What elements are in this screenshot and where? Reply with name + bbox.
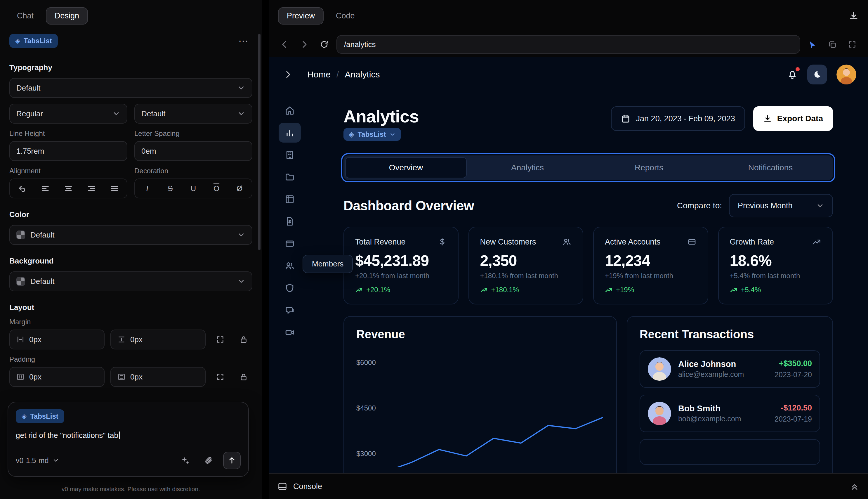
composer-text: get rid of the "notifications" tab [16,431,118,440]
enhance-prompt-button[interactable] [176,452,194,469]
font-family-select[interactable]: Default [9,78,252,98]
margin-y-input[interactable]: 0px [110,330,206,350]
compare-select[interactable]: Previous Month [729,194,833,217]
undo-icon [18,184,27,193]
rail-item-ledger[interactable] [278,189,301,209]
rail-item-organization[interactable] [278,145,301,165]
padding-y-value: 0px [130,373,142,381]
sidebar-toggle-button[interactable] [281,67,296,82]
prompt-composer[interactable]: ◈ TabsList get rid of the "notifications… [8,402,249,477]
breadcrumb-home[interactable]: Home [307,70,331,80]
download-button[interactable] [849,11,859,21]
reset-alignment-button[interactable] [15,181,30,196]
tab-design[interactable]: Design [46,7,88,25]
trend-up-icon [730,286,737,294]
background-select[interactable]: Default [9,271,252,291]
back-button[interactable] [277,37,292,52]
stat-change: +19% from last month [605,272,697,280]
lock-icon [239,335,248,344]
rail-item-invoices[interactable] [278,211,301,231]
composer-chip-label: TabsList [30,412,59,421]
model-select[interactable]: v0-1.5-md [16,457,59,465]
dashboard-header: Home / Analytics [269,57,868,92]
composer-element-chip[interactable]: ◈ TabsList [16,409,64,423]
breadcrumb-separator: / [336,70,339,80]
rail-item-security[interactable] [278,278,301,298]
date-range-picker[interactable]: Jan 20, 2023 - Feb 09, 2023 [611,106,745,131]
padding-y-input[interactable]: 0px [110,367,206,387]
tab-overview[interactable]: Overview [345,157,467,178]
user-avatar[interactable] [836,64,856,84]
expand-padding-button[interactable] [211,368,229,386]
y-axis-tick: $3000 [356,450,381,458]
composer-input[interactable]: get rid of the "notifications" tab [16,431,241,440]
expand-console-button[interactable] [850,482,859,491]
clear-decoration-button[interactable]: Ø [232,181,247,196]
text-caret [119,431,120,439]
dashboard-main: Analytics ◈ TabsList Jan 20, 2023 - Feb … [311,92,868,473]
underline-button[interactable]: U [186,181,201,196]
tab-reports[interactable]: Reports [588,157,710,178]
padding-x-input[interactable]: 0px [9,367,104,387]
line-height-input[interactable]: 1.75rem [9,141,127,161]
attach-file-button[interactable] [200,452,217,469]
notifications-button[interactable] [787,69,798,80]
submit-prompt-button[interactable] [223,452,241,469]
lock-padding-button[interactable] [235,368,252,386]
stats-grid: Total Revenue $45,231.89 +20.1% from las… [344,227,833,304]
expand-margin-button[interactable] [211,331,229,348]
folder-icon [284,172,295,182]
color-select[interactable]: Default [9,225,252,245]
tab-code[interactable]: Code [327,7,364,25]
strikethrough-button[interactable]: S [163,181,178,196]
align-justify-button[interactable] [107,181,122,196]
avatar-image [648,357,671,381]
letter-spacing-input[interactable]: 0em [134,141,252,161]
horizontal-spacing-icon [16,336,25,343]
stat-title: Active Accounts [605,238,661,246]
overflow-menu-button[interactable]: ⋯ [235,34,252,48]
building-icon [284,149,295,160]
tab-chat[interactable]: Chat [8,7,42,25]
credit-card-icon [687,237,697,246]
transaction-name: Bob Smith [678,404,741,413]
tab-preview[interactable]: Preview [278,7,324,25]
rail-item-billing[interactable] [278,234,301,254]
align-center-button[interactable] [61,181,76,196]
rail-item-projects[interactable] [278,167,301,187]
url-bar[interactable]: /analytics [336,35,800,54]
forward-button[interactable] [297,37,312,52]
margin-y-value: 0px [130,335,142,344]
selected-element-chip[interactable]: ◈ TabsList [9,34,58,48]
align-left-button[interactable] [38,181,53,196]
copy-button[interactable] [825,37,840,52]
refresh-button[interactable] [317,37,332,52]
rail-item-video[interactable] [278,322,301,342]
chevron-down-icon [237,84,245,92]
trend-up-icon [355,286,363,294]
rail-item-analytics[interactable] [278,123,301,143]
font-weight-select[interactable]: Regular [9,104,127,124]
align-right-button[interactable] [84,181,99,196]
lock-margin-button[interactable] [235,331,252,348]
margin-x-input[interactable]: 0px [9,330,104,350]
italic-button[interactable]: I [140,181,155,196]
tab-notifications[interactable]: Notifications [710,157,831,178]
inspect-mode-button[interactable] [805,37,820,52]
overline-button[interactable]: O [209,181,224,196]
font-size-select[interactable]: Default [134,104,252,124]
stat-value: $45,231.89 [355,252,447,269]
rail-item-messages[interactable] [278,300,301,320]
align-center-icon [64,184,73,193]
transaction-name: Alice Johnson [678,360,744,369]
rail-item-members[interactable] [278,256,301,276]
tab-analytics[interactable]: Analytics [467,157,588,178]
export-data-button[interactable]: Export Data [753,106,833,131]
element-overlay-badge[interactable]: ◈ TabsList [344,128,401,141]
theme-toggle-button[interactable] [807,64,827,84]
revenue-line-chart [384,356,603,467]
panel-scrollbar[interactable] [258,34,261,250]
rail-item-home[interactable] [278,100,301,120]
fullscreen-button[interactable] [845,37,860,52]
stat-value: 18.6% [730,252,821,269]
